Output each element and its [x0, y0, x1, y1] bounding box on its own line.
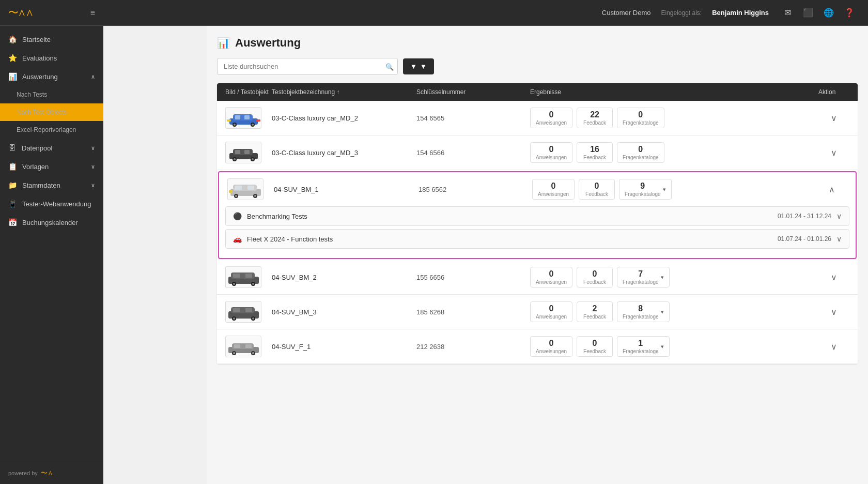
sidebar-item-label: Excel-Reportvorlagen — [17, 126, 76, 133]
customer-name: Customer Demo — [602, 9, 651, 17]
sidebar-item-label: Stammdaten — [22, 182, 60, 189]
svg-rect-2 — [235, 115, 240, 119]
sidebar-item-nach-tests[interactable]: Nach Tests — [0, 86, 103, 103]
topbar: Customer Demo Eingeloggt als: Benjamin H… — [103, 0, 868, 26]
mail-icon-btn[interactable]: ✉ — [779, 5, 796, 21]
svg-rect-45 — [234, 344, 240, 348]
filter-dropdown-icon: ▼ — [420, 63, 427, 70]
table-row: 03-C-Class luxury car_MD_2 154 6565 0 An… — [217, 101, 858, 135]
svg-rect-46 — [245, 344, 252, 348]
help-icon-btn[interactable]: ❓ — [841, 5, 858, 21]
svg-point-17 — [252, 158, 254, 160]
fragenkataloge-badge: 0 Fragenkataloge — [617, 142, 664, 163]
dropdown-arrow-icon[interactable]: ▾ — [661, 309, 664, 315]
home-icon: 🏠 — [8, 35, 17, 43]
sidebar-item-excel-reportvorlagen[interactable]: Excel-Reportvorlagen — [0, 121, 103, 139]
feedback-badge: 22 Feedback — [577, 108, 613, 128]
search-icon[interactable]: 🔍 — [385, 63, 394, 70]
table-row-main: 04-SUV_F_1 212 2638 0 Anweisungen 0 Feed… — [217, 329, 858, 364]
fragenkataloge-badge: 8 Fragenkataloge ▾ — [617, 301, 670, 322]
main-content: 📊 Auswertung 🔍 ▼ ▼ Bild / Testobjekt Tes… — [207, 26, 868, 484]
sidebar-item-startseite[interactable]: 🏠 Startseite — [0, 30, 103, 49]
filter-button[interactable]: ▼ ▼ — [403, 58, 434, 74]
anweisungen-count: 0 — [536, 304, 567, 313]
feedback-label: Feedback — [584, 191, 609, 197]
sub-row[interactable]: 🚗 Fleet X 2024 - Function tests 01.07.24… — [225, 229, 849, 249]
mobile-icon: 📱 — [8, 200, 17, 208]
feedback-count: 0 — [584, 182, 609, 191]
fragenkataloge-badge: 9 Fragenkataloge ▾ — [619, 179, 672, 200]
sidebar-item-tester-webanwendung[interactable]: 📱 Tester-Webanwendung — [0, 194, 103, 213]
sidebar-item-vorlagen[interactable]: 📋 Vorlagen ∨ — [0, 157, 103, 176]
search-input[interactable] — [217, 58, 398, 75]
feedback-badge: 16 Feedback — [577, 142, 613, 163]
col-header-label: Schlüsselnummer — [416, 88, 466, 96]
sidebar-item-stammdaten[interactable]: 📁 Stammdaten ∨ — [0, 176, 103, 194]
svg-point-42 — [252, 317, 254, 320]
car-svg — [227, 267, 260, 287]
expand-row-button[interactable]: ∨ — [818, 111, 849, 125]
sub-row-expand-icon[interactable]: ∨ — [836, 212, 842, 220]
filter-icon: ▼ — [410, 63, 417, 70]
sidebar-item-nach-test-objects[interactable]: Nach Test Objects — [0, 103, 103, 121]
key-number: 154 6566 — [416, 149, 530, 157]
sidebar-item-datenpool[interactable]: 🗄 Datenpool ∨ — [0, 139, 103, 157]
results-area: 0 Anweisungen 2 Feedback 8 Fragenkatalog… — [530, 301, 818, 322]
col-header-label: Bild / Testobjekt — [225, 88, 269, 96]
car-image — [227, 178, 264, 200]
logout-icon-btn[interactable]: ⬛ — [800, 5, 816, 21]
svg-point-5 — [234, 124, 236, 126]
fragenkataloge-label: Fragenkataloge — [623, 279, 659, 285]
svg-rect-30 — [245, 274, 252, 278]
expand-row-button[interactable]: ∨ — [818, 305, 849, 319]
car-svg — [227, 143, 260, 162]
fragenkataloge-label: Fragenkataloge — [623, 314, 659, 320]
dropdown-arrow-icon[interactable]: ▾ — [663, 186, 666, 193]
globe-icon-btn[interactable]: 🌐 — [820, 5, 837, 21]
feedback-count: 0 — [582, 269, 607, 279]
search-container: 🔍 — [217, 58, 398, 75]
feedback-badge: 0 Feedback — [579, 179, 615, 200]
dropdown-arrow-icon[interactable]: ▾ — [661, 274, 664, 281]
col-header-schluessel: Schlüsselnummer — [416, 88, 530, 96]
key-number: 154 6565 — [416, 114, 530, 122]
sidebar-item-evaluations[interactable]: ⭐ Evaluations — [0, 49, 103, 67]
sub-row-expand-icon[interactable]: ∨ — [836, 235, 842, 243]
expand-row-button[interactable]: ∨ — [818, 146, 849, 160]
results-area: 0 Anweisungen 22 Feedback 0 Fragenkatalo… — [530, 108, 818, 128]
table-row-main: 04-SUV_BM_2 155 6656 0 Anweisungen 0 Fee… — [217, 260, 858, 294]
hamburger-menu-icon[interactable]: ≡ — [90, 8, 95, 18]
sub-row[interactable]: ⚫ Benchmarking Tests 01.01.24 - 31.12.24… — [225, 206, 849, 226]
collapse-row-button[interactable]: ∧ — [816, 183, 847, 196]
sidebar: 〜∧∧ ≡ 🏠 Startseite ⭐ Evaluations 📊 Auswe… — [0, 0, 103, 484]
chevron-up-icon: ∧ — [91, 73, 95, 80]
expand-row-button[interactable]: ∨ — [818, 270, 849, 284]
anweisungen-label: Anweisungen — [536, 120, 567, 126]
key-number: 185 6562 — [419, 186, 532, 193]
svg-point-48 — [233, 352, 235, 354]
expand-row-button[interactable]: ∨ — [818, 340, 849, 354]
fragenkataloge-count: 8 — [638, 304, 643, 313]
feedback-label: Feedback — [582, 155, 607, 160]
svg-rect-8 — [227, 119, 231, 122]
sidebar-item-label: Auswertung — [22, 73, 58, 81]
svg-point-50 — [252, 352, 254, 354]
car-svg — [227, 337, 260, 356]
fragenkataloge-count: 1 — [638, 339, 643, 348]
dropdown-arrow-icon[interactable]: ▾ — [661, 343, 664, 350]
feedback-count: 0 — [582, 339, 607, 348]
powered-by-label: powered by — [8, 470, 38, 476]
sidebar-item-label: Tester-Webanwendung — [22, 200, 91, 208]
car-svg — [227, 302, 260, 322]
sidebar-item-auswertung[interactable]: 📊 Auswertung ∧ — [0, 67, 103, 86]
fragenkataloge-label: Fragenkataloge — [625, 191, 661, 197]
svg-point-32 — [233, 283, 235, 285]
col-header-bezeichnung[interactable]: Testobjektbezeichnung ↑ — [272, 88, 416, 96]
object-name: 04-SUV_F_1 — [272, 343, 416, 351]
table-header: Bild / Testobjekt Testobjektbezeichnung … — [217, 83, 858, 101]
svg-point-40 — [233, 317, 235, 320]
fragenkataloge-count: 0 — [623, 145, 659, 154]
sidebar-item-buchungskalender[interactable]: 📅 Buchungskalender — [0, 213, 103, 232]
table-row: 03-C-Class luxury car_MD_3 154 6566 0 An… — [217, 135, 858, 170]
svg-rect-37 — [233, 308, 240, 312]
